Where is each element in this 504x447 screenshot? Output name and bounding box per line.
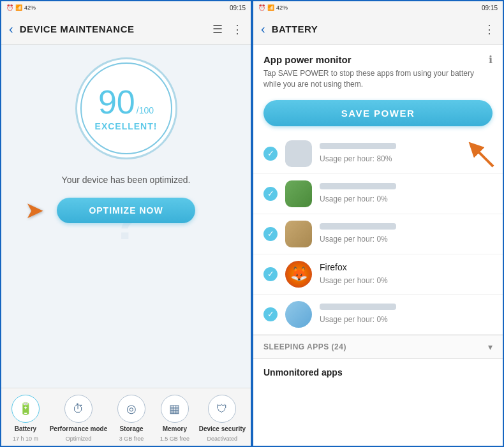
right-signal-icon: 📶 — [267, 4, 274, 11]
left-status-time: 09:15 — [230, 4, 246, 11]
app-check-5[interactable]: ✓ — [263, 307, 278, 321]
left-toolbar-icons: ☰ ⋮ — [212, 22, 243, 36]
performance-nav-icon: ⏱ — [64, 395, 93, 423]
app-power-monitor-header: App power monitor ℹ Tap SAVE POWER to st… — [253, 45, 503, 92]
right-back-button[interactable]: ‹ — [261, 22, 265, 36]
app-row-3: ✓ Usage per hour: 0% — [253, 214, 503, 254]
app-check-firefox[interactable]: ✓ — [263, 267, 278, 281]
app-name-bar-5 — [320, 304, 396, 310]
app-icon-3 — [285, 221, 312, 247]
left-back-button[interactable]: ‹ — [9, 22, 13, 36]
save-power-button[interactable]: SAVE POWER — [263, 100, 493, 126]
section-title: App power monitor — [263, 54, 352, 65]
sleeping-apps-label: SLEEPING APPS (24) — [263, 342, 488, 351]
performance-nav-item[interactable]: ⏱ Performance mode Optimized — [50, 395, 108, 442]
app-usage-1: Usage per hour: 80% — [320, 154, 392, 163]
security-nav-icon: 🛡 — [208, 395, 236, 423]
app-row-2: ✓ Usage per hour: 0% — [253, 174, 503, 214]
right-toolbar-icons: ⋮ — [484, 22, 495, 36]
right-status-time: 09:15 — [482, 4, 498, 11]
right-main-content: App power monitor ℹ Tap SAVE POWER to st… — [253, 45, 503, 446]
battery-nav-item[interactable]: 🔋 Battery 17 h 10 m — [6, 395, 45, 442]
score-value: 90 — [98, 85, 135, 119]
firefox-icon: 🦊 — [285, 261, 312, 288]
security-nav-item[interactable]: 🛡 Device security Deactivated — [199, 395, 246, 442]
battery-nav-label: Battery — [15, 425, 36, 433]
battery-nav-icon: 🔋 — [11, 395, 40, 423]
left-panel: ⏰ 📶 42% 09:15 ‹ DEVICE MAINTENANCE ☰ ⋮ ?… — [0, 0, 252, 447]
right-status-bar: ⏰ 📶 42% 09:15 — [253, 1, 503, 14]
app-name-bar-1 — [320, 143, 396, 149]
unmonitored-title: Unmonitored apps — [263, 367, 343, 377]
app-name-bar-2 — [320, 183, 396, 189]
app-usage-2: Usage per hour: 0% — [320, 194, 388, 203]
right-battery-percent: 42% — [276, 4, 288, 11]
app-row-5: ✓ Usage per hour: 0% — [253, 295, 503, 335]
score-max: /100 — [137, 105, 154, 115]
score-circle: 90 /100 EXCELLENT! — [75, 57, 177, 159]
optimized-text: Your device has been optimized. — [62, 175, 191, 185]
score-label: EXCELLENT! — [95, 121, 158, 131]
right-panel: ⏰ 📶 42% 09:15 ‹ BATTERY ⋮ App power moni… — [252, 0, 504, 447]
app-usage-5: Usage per hour: 0% — [320, 315, 388, 324]
section-title-row: App power monitor ℹ — [263, 54, 493, 66]
right-title: BATTERY — [272, 24, 484, 34]
sleeping-apps-row[interactable]: SLEEPING APPS (24) ▾ — [253, 335, 503, 359]
optimize-now-button[interactable]: OPTIMIZE NOW — [57, 198, 195, 223]
app-check-1[interactable]: ✓ — [263, 147, 278, 161]
app-info-3: Usage per hour: 0% — [320, 223, 493, 244]
app-usage-3: Usage per hour: 0% — [320, 235, 388, 244]
app-row-firefox: ✓ 🦊 Firefox Usage per hour: 0% — [253, 254, 503, 295]
app-check-3[interactable]: ✓ — [263, 227, 278, 241]
right-status-left-icons: ⏰ 📶 42% — [258, 4, 288, 11]
info-icon[interactable]: ℹ — [489, 54, 493, 66]
alarm-icon: ⏰ — [6, 4, 13, 11]
left-toolbar: ‹ DEVICE MAINTENANCE ☰ ⋮ — [1, 14, 251, 45]
app-check-2[interactable]: ✓ — [263, 187, 278, 201]
app-info-2: Usage per hour: 0% — [320, 183, 493, 204]
security-nav-sublabel: Deactivated — [207, 436, 238, 442]
app-info-5: Usage per hour: 0% — [320, 304, 493, 325]
performance-nav-sublabel: Optimized — [66, 436, 92, 442]
more-options-icon[interactable]: ⋮ — [232, 22, 243, 36]
app-icon-2 — [285, 180, 312, 207]
app-name-firefox: Firefox — [320, 262, 493, 272]
storage-nav-item[interactable]: ◎ Storage 3 GB free — [112, 395, 151, 442]
app-list: ✓ Usage per hour: 80% — [253, 134, 503, 446]
app-icon-5 — [285, 301, 312, 328]
app-icon-1 — [285, 140, 312, 167]
score-row: 90 /100 — [98, 85, 154, 119]
storage-nav-label: Storage — [119, 425, 143, 433]
battery-percent: 42% — [24, 4, 36, 11]
performance-nav-label: Performance mode — [50, 425, 108, 433]
app-row-1: ✓ Usage per hour: 80% — [253, 134, 503, 174]
memory-nav-sublabel: 1.5 GB free — [160, 436, 189, 442]
left-status-left-icons: ⏰ 📶 42% — [6, 4, 36, 11]
unmonitored-section: Unmonitored apps — [253, 359, 503, 382]
section-description: Tap SAVE POWER to stop these apps from u… — [263, 68, 493, 90]
document-icon[interactable]: ☰ — [212, 22, 223, 36]
left-title: DEVICE MAINTENANCE — [20, 24, 212, 34]
optimize-btn-wrap: ➤ OPTIMIZE NOW — [57, 198, 195, 223]
chevron-down-icon: ▾ — [488, 342, 493, 352]
left-status-bar: ⏰ 📶 42% 09:15 — [1, 1, 251, 14]
memory-nav-icon: ▦ — [161, 395, 189, 423]
bottom-nav-bar: 🔋 Battery 17 h 10 m ⏱ Performance mode O… — [1, 388, 251, 446]
right-more-options-icon[interactable]: ⋮ — [484, 22, 495, 36]
signal-icon: 📶 — [15, 4, 22, 11]
arrow-annotation-left: ➤ — [25, 197, 44, 224]
app-name-bar-3 — [320, 223, 396, 230]
battery-nav-sublabel: 17 h 10 m — [13, 436, 38, 442]
app-usage-firefox: Usage per hour: 0% — [320, 276, 388, 285]
storage-nav-sublabel: 3 GB free — [119, 436, 144, 442]
security-nav-label: Device security — [199, 425, 246, 433]
left-main-content: ? 90 /100 EXCELLENT! Your device has bee… — [1, 45, 251, 388]
memory-nav-item[interactable]: ▦ Memory 1.5 GB free — [156, 395, 194, 442]
right-toolbar: ‹ BATTERY ⋮ — [253, 14, 503, 45]
memory-nav-label: Memory — [163, 425, 187, 433]
app-info-1: Usage per hour: 80% — [320, 143, 493, 164]
storage-nav-icon: ◎ — [117, 395, 145, 423]
app-info-firefox: Firefox Usage per hour: 0% — [320, 262, 493, 286]
right-alarm-icon: ⏰ — [258, 4, 265, 11]
